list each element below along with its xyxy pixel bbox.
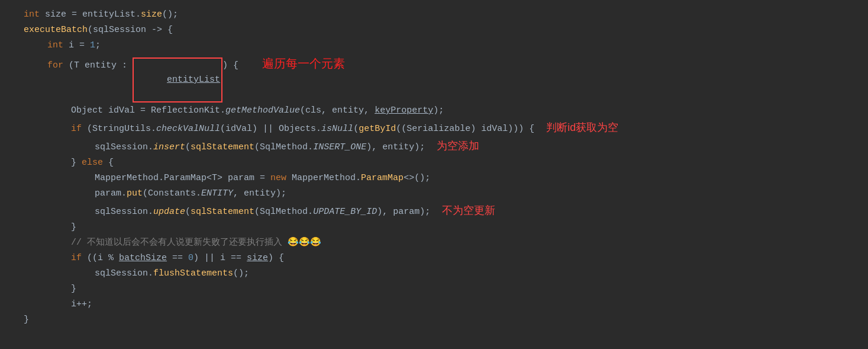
code-line-17: i++; [0, 297, 868, 312]
code-line-13: // 不知道以后会不会有人说更新失败了还要执行插入 😂😂😂 [0, 235, 868, 251]
code-line-1: int size = entityList.size(); [0, 7, 868, 23]
comment-text: // 不知道以后会不会有人说更新失败了还要执行插入 [71, 236, 288, 250]
code-line-14: if ((i % batchSize == 0) || i == size) { [0, 251, 868, 266]
code-line-8: } else { [0, 155, 868, 171]
code-line-10: param.put(Constants.ENTITY, entity); [0, 186, 868, 201]
code-line-6: if (StringUtils.checkValNull(idVal) || O… [0, 119, 868, 137]
annotation-traverse: 遍历每一个元素 [262, 54, 345, 73]
code-line-15: sqlSession.flushStatements(); [0, 266, 868, 281]
highlight-entityList: entityList [133, 57, 222, 103]
annotation-judgeNull: 判断id获取为空 [546, 119, 618, 136]
fn-executeBatch: executeBatch [24, 23, 88, 37]
code-line-3: int i = 1; [0, 38, 868, 53]
annotation-addWhenNull: 为空添加 [437, 137, 479, 155]
code-line-4: for (T entity : entityList ) { 遍历每一个元素 [0, 53, 868, 103]
code-line-7: sqlSession.insert(sqlStatement(SqlMethod… [0, 137, 868, 155]
keyword-int: int [24, 8, 40, 22]
keyword-int2: int [47, 39, 63, 53]
code-line-5: Object idVal = ReflectionKit.getMethodVa… [0, 103, 868, 119]
code-line-12: } [0, 220, 868, 235]
keyword-for: for [47, 59, 63, 73]
code-line-11: sqlSession.update(sqlStatement(SqlMethod… [0, 201, 868, 220]
code-line-18: } [0, 312, 868, 328]
code-line-9: MapperMethod.ParamMap<T> param = new Map… [0, 171, 868, 186]
code-line-2: executeBatch(sqlSession -> { [0, 23, 868, 38]
annotation-updateWhenNotNull: 不为空更新 [442, 202, 495, 219]
code-line-16: } [0, 281, 868, 297]
code-block: int size = entityList.size(); executeBat… [0, 0, 868, 349]
